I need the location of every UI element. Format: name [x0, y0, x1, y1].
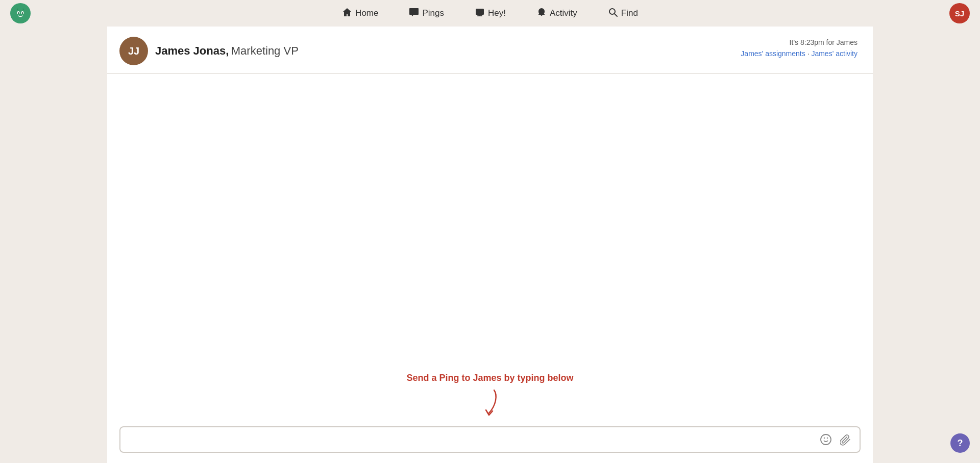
assignments-link[interactable]: James' assignments [741, 49, 805, 58]
ping-prompt: Send a Ping to James by typing below [406, 373, 573, 418]
hey-icon [475, 7, 485, 20]
app-logo[interactable] [10, 3, 31, 23]
main-content: JJ James Jonas, Marketing VP It's 8:23pm… [107, 27, 873, 463]
profile-right: It's 8:23pm for James James' assignments… [741, 37, 857, 60]
profile-title: Marketing VP [231, 44, 299, 57]
activity-icon [536, 7, 547, 20]
svg-line-7 [615, 14, 617, 16]
pings-icon [409, 7, 419, 20]
profile-name-area: James Jonas, Marketing VP [155, 44, 299, 58]
ping-prompt-text: Send a Ping to James by typing below [406, 373, 573, 383]
profile-name: James Jonas, [155, 44, 229, 57]
nav-activity[interactable]: Activity [531, 4, 582, 23]
home-icon [342, 7, 352, 20]
svg-point-0 [14, 7, 27, 20]
help-button[interactable]: ? [950, 433, 970, 453]
profile-avatar: JJ [119, 37, 148, 65]
emoji-button[interactable] [818, 431, 834, 448]
arrow-decoration [475, 388, 505, 418]
profile-links: James' assignments · James' activity [741, 48, 857, 59]
profile-left: JJ James Jonas, Marketing VP [119, 37, 299, 65]
attachment-button[interactable] [838, 431, 853, 448]
activity-link[interactable]: James' activity [811, 49, 857, 58]
message-input-wrapper [119, 426, 861, 453]
curved-arrow-svg [475, 388, 505, 421]
svg-point-4 [22, 12, 23, 14]
nav-home[interactable]: Home [337, 4, 383, 23]
svg-point-3 [18, 12, 19, 14]
svg-rect-5 [476, 9, 484, 15]
profile-header: JJ James Jonas, Marketing VP It's 8:23pm… [107, 27, 873, 74]
input-actions [816, 429, 855, 450]
svg-point-8 [821, 434, 831, 445]
find-icon [608, 7, 618, 20]
user-avatar[interactable]: SJ [949, 3, 970, 23]
nav-hey[interactable]: Hey! [470, 4, 511, 23]
message-input[interactable] [125, 430, 816, 449]
profile-time: It's 8:23pm for James [741, 37, 857, 48]
nav-find[interactable]: Find [603, 4, 643, 23]
top-navigation: Home Pings Hey! Activity [0, 0, 980, 27]
chat-area: Send a Ping to James by typing below [107, 74, 873, 463]
nav-pings[interactable]: Pings [404, 4, 449, 23]
